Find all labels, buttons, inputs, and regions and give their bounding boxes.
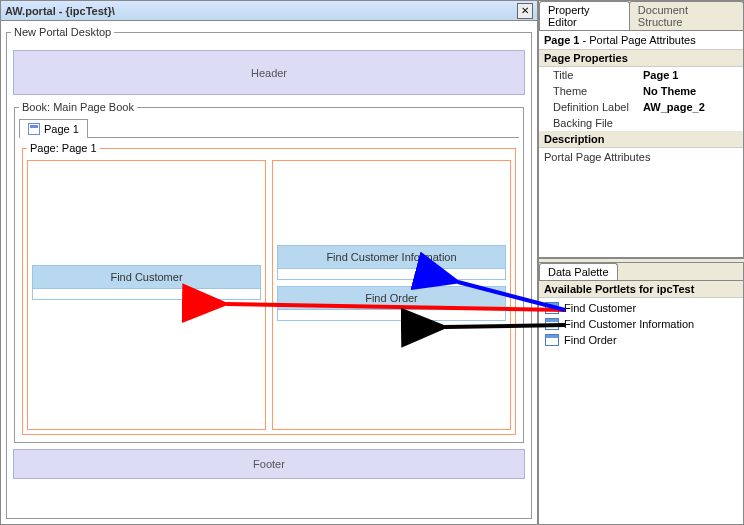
desktop-legend: New Portal Desktop bbox=[11, 26, 114, 38]
property-editor-heading: Page 1 - Portal Page Attributes bbox=[539, 31, 743, 50]
pe-key: Title bbox=[553, 69, 643, 81]
property-editor-tabs: Property Editor Document Structure bbox=[539, 1, 743, 31]
portlet-body bbox=[33, 289, 260, 299]
tab-label: Page 1 bbox=[44, 123, 79, 135]
pe-row-backing-file[interactable]: Backing File bbox=[539, 115, 743, 131]
palette-list: Find Customer Find Customer Information … bbox=[539, 298, 743, 350]
editor-title-bar: AW.portal - {ipcTest}\ ✕ bbox=[1, 1, 537, 21]
property-editor-panel: Property Editor Document Structure Page … bbox=[539, 0, 744, 258]
pe-row-theme[interactable]: Theme No Theme bbox=[539, 83, 743, 99]
portlet-title: Find Order bbox=[278, 287, 505, 310]
footer-region[interactable]: Footer bbox=[13, 449, 525, 479]
portlet-icon bbox=[545, 334, 559, 346]
layout-column-right[interactable]: Find Customer Information Find Order bbox=[272, 160, 511, 430]
close-icon[interactable]: ✕ bbox=[517, 3, 533, 19]
portlet-body bbox=[278, 310, 505, 320]
palette-item-find-customer[interactable]: Find Customer bbox=[541, 300, 741, 316]
portlet-title: Find Customer bbox=[33, 266, 260, 289]
data-palette-panel: Data Palette Available Portlets for ipcT… bbox=[539, 263, 744, 525]
palette-item-label: Find Customer bbox=[564, 302, 636, 314]
pe-key: Definition Label bbox=[553, 101, 643, 113]
pe-row-definition-label[interactable]: Definition Label AW_page_2 bbox=[539, 99, 743, 115]
tab-document-structure[interactable]: Document Structure bbox=[629, 1, 744, 30]
header-region[interactable]: Header bbox=[13, 50, 525, 95]
pe-section-description: Description bbox=[539, 131, 743, 148]
editor-title: AW.portal - {ipcTest}\ bbox=[5, 5, 517, 17]
palette-item-label: Find Customer Information bbox=[564, 318, 694, 330]
page-tab-strip: Page 1 bbox=[19, 119, 519, 138]
palette-tabs: Data Palette bbox=[539, 263, 743, 281]
pe-value bbox=[643, 117, 738, 129]
tab-data-palette[interactable]: Data Palette bbox=[539, 263, 618, 280]
pe-value: Page 1 bbox=[643, 69, 738, 81]
palette-item-find-customer-information[interactable]: Find Customer Information bbox=[541, 316, 741, 332]
portal-editor-pane: AW.portal - {ipcTest}\ ✕ New Portal Desk… bbox=[0, 0, 538, 525]
portlet-find-customer[interactable]: Find Customer bbox=[32, 265, 261, 300]
portlet-icon bbox=[545, 318, 559, 330]
portlet-find-customer-information[interactable]: Find Customer Information bbox=[277, 245, 506, 280]
page-icon bbox=[28, 123, 40, 135]
palette-item-find-order[interactable]: Find Order bbox=[541, 332, 741, 348]
pe-value: No Theme bbox=[643, 85, 738, 97]
portlet-find-order[interactable]: Find Order bbox=[277, 286, 506, 321]
palette-section-header: Available Portlets for ipcTest bbox=[539, 281, 743, 298]
page-legend: Page: Page 1 bbox=[27, 142, 100, 154]
desktop-fieldset: New Portal Desktop Header Book: Main Pag… bbox=[6, 26, 532, 519]
book-fieldset: Book: Main Page Book Page 1 Page: Page 1 bbox=[14, 101, 524, 443]
pe-description-text: Portal Page Attributes bbox=[539, 148, 743, 166]
header-label: Header bbox=[251, 67, 287, 79]
page-fieldset: Page: Page 1 Find Customer Find Cust bbox=[22, 142, 516, 435]
tab-page-1[interactable]: Page 1 bbox=[19, 119, 88, 138]
portlet-body bbox=[278, 269, 505, 279]
footer-label: Footer bbox=[253, 458, 285, 470]
tab-property-editor[interactable]: Property Editor bbox=[539, 1, 630, 30]
pe-value: AW_page_2 bbox=[643, 101, 738, 113]
pe-heading-name: Page 1 bbox=[544, 34, 579, 46]
book-legend: Book: Main Page Book bbox=[19, 101, 137, 113]
portlet-title: Find Customer Information bbox=[278, 246, 505, 269]
pe-row-title[interactable]: Title Page 1 bbox=[539, 67, 743, 83]
pe-section-page-properties: Page Properties bbox=[539, 50, 743, 67]
portlet-icon bbox=[545, 302, 559, 314]
layout-column-left[interactable]: Find Customer bbox=[27, 160, 266, 430]
palette-item-label: Find Order bbox=[564, 334, 617, 346]
pe-key: Backing File bbox=[553, 117, 643, 129]
pe-key: Theme bbox=[553, 85, 643, 97]
pe-heading-suffix: - Portal Page Attributes bbox=[579, 34, 695, 46]
